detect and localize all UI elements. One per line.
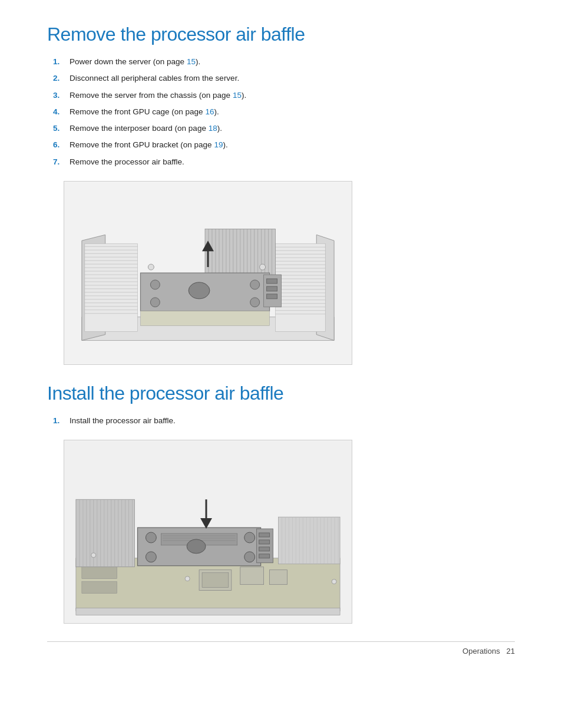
svg-point-144 [332, 579, 336, 584]
svg-rect-119 [259, 554, 270, 558]
step-text-2: Disconnect all peripheral cables from th… [70, 73, 239, 84]
svg-point-106 [244, 532, 255, 543]
svg-point-67 [150, 280, 160, 289]
step-text-4: Remove the front GPU cage (on page 16). [70, 106, 219, 118]
svg-point-105 [146, 552, 156, 562]
remove-step-5: 5. Remove the interposer board (on page … [53, 123, 515, 134]
svg-point-142 [91, 553, 96, 558]
svg-rect-85 [82, 582, 117, 594]
svg-rect-81 [140, 311, 269, 325]
install-diagram-container [64, 440, 352, 624]
remove-step-3: 3. Remove the server from the chassis (o… [53, 90, 515, 101]
step-text-5: Remove the interposer board (on page 18)… [70, 123, 222, 134]
step-link-3[interactable]: 15 [233, 91, 242, 100]
svg-rect-76 [267, 286, 277, 291]
step-text-1: Power down the server (on page 15). [70, 56, 200, 68]
step-number-1: 1. [53, 56, 70, 68]
remove-step-4: 4. Remove the front GPU cage (on page 16… [53, 106, 515, 118]
svg-rect-117 [259, 540, 270, 544]
remove-section-title: Remove the processor air baffle [47, 24, 515, 45]
install-steps-list: 1. Install the processor air baffle. [47, 415, 515, 427]
remove-step-6: 6. Remove the front GPU bracket (on page… [53, 139, 515, 151]
step-number-6: 6. [53, 139, 70, 151]
svg-rect-75 [267, 279, 277, 284]
svg-rect-141 [270, 570, 287, 585]
step-link-6[interactable]: 19 [214, 140, 223, 149]
svg-point-143 [185, 577, 190, 581]
remove-diagram [64, 182, 352, 364]
svg-rect-139 [202, 573, 229, 588]
svg-point-112 [187, 539, 206, 554]
step-text-7: Remove the processor air baffle. [70, 156, 184, 168]
svg-rect-145 [76, 608, 340, 615]
svg-point-80 [260, 264, 266, 270]
remove-step-7: 7. Remove the processor air baffle. [53, 156, 515, 168]
svg-rect-77 [267, 294, 277, 299]
remove-step-1: 1. Power down the server (on page 15). [53, 56, 515, 68]
install-section-title: Install the processor air baffle [47, 383, 515, 404]
step-number-7: 7. [53, 156, 70, 168]
install-diagram [64, 440, 352, 623]
svg-rect-140 [240, 567, 264, 585]
svg-point-70 [250, 298, 260, 307]
step-link-1[interactable]: 15 [187, 57, 196, 66]
svg-rect-118 [259, 547, 270, 551]
install-step-1: 1. Install the processor air baffle. [53, 415, 515, 427]
install-section: Install the processor air baffle 1. Inst… [47, 383, 515, 624]
install-step-number-1: 1. [53, 415, 70, 427]
step-number-2: 2. [53, 73, 70, 84]
footer-text: Operations 21 [462, 647, 515, 655]
step-text-6: Remove the front GPU bracket (on page 19… [70, 139, 228, 151]
svg-rect-86 [76, 499, 135, 567]
svg-point-78 [148, 264, 154, 270]
svg-point-104 [146, 532, 156, 543]
step-number-4: 4. [53, 106, 70, 118]
step-number-5: 5. [53, 123, 70, 134]
svg-point-107 [244, 552, 255, 562]
svg-point-71 [189, 282, 210, 299]
footer: Operations 21 [47, 641, 515, 655]
svg-rect-120 [279, 517, 340, 564]
step-link-5[interactable]: 18 [209, 124, 217, 133]
step-link-4[interactable]: 16 [205, 107, 214, 116]
remove-step-2: 2. Disconnect all peripheral cables from… [53, 73, 515, 84]
step-number-3: 3. [53, 90, 70, 101]
install-step-text-1: Install the processor air baffle. [70, 415, 176, 427]
svg-rect-25 [276, 243, 326, 331]
svg-rect-116 [259, 533, 270, 537]
svg-point-69 [250, 280, 260, 289]
step-text-3: Remove the server from the chassis (on p… [70, 90, 246, 101]
svg-rect-4 [85, 243, 138, 331]
remove-steps-list: 1. Power down the server (on page 15). 2… [47, 56, 515, 168]
remove-diagram-container [64, 181, 352, 365]
svg-point-68 [150, 298, 160, 307]
